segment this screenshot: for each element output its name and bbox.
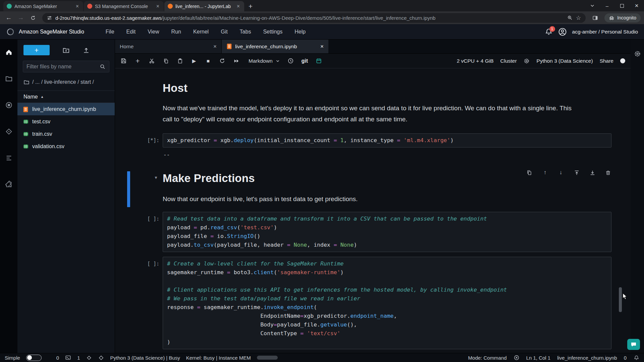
chat-widget-button[interactable] — [627, 339, 640, 350]
git-icon[interactable] — [5, 128, 13, 135]
side-panel-icon[interactable] — [590, 12, 600, 23]
move-down-icon[interactable]: ↓ — [557, 169, 564, 176]
close-icon[interactable]: × — [213, 43, 217, 50]
bell-icon[interactable] — [633, 355, 639, 361]
cell-body[interactable]: HostNow that we've trained the model, le… — [163, 77, 611, 133]
avatar-icon[interactable] — [558, 27, 567, 36]
close-icon[interactable]: × — [155, 3, 160, 9]
file-list-header[interactable]: Name ▲ — [17, 90, 115, 103]
code-editor[interactable]: # Create a low-level client for the Sage… — [163, 257, 611, 349]
menu-git[interactable]: Git — [221, 29, 227, 35]
browser-tab-2[interactable]: live_inferen... - JupyterLab× — [164, 1, 244, 11]
close-icon[interactable]: × — [236, 3, 241, 9]
site-info-icon[interactable] — [47, 15, 52, 20]
bookmark-star-icon[interactable]: ☆ — [576, 14, 581, 21]
sort-ascending-icon[interactable]: ▲ — [41, 95, 44, 99]
notification-count[interactable]: 0 — [624, 355, 627, 361]
file-row[interactable]: train.csv — [17, 128, 115, 140]
code-editor[interactable]: xgb_predictor = xgb.deploy(initial_insta… — [163, 133, 611, 147]
cell-host[interactable]: HostNow that we've trained the model, le… — [115, 77, 631, 133]
menu-file[interactable]: File — [106, 29, 114, 35]
insert-above-icon[interactable] — [573, 169, 580, 176]
duplicate-icon[interactable] — [526, 169, 533, 176]
active-file-name[interactable]: live_inference_churn.ipynb — [557, 355, 617, 361]
terminal-count[interactable]: 0 — [56, 355, 59, 361]
back-button[interactable]: ← — [3, 12, 14, 23]
address-bar[interactable]: d-2rou7thinqlw.studio.us-east-2.sagemake… — [42, 13, 586, 23]
cell-type-dropdown[interactable]: Markdown — [249, 58, 280, 64]
share-button[interactable]: Share — [600, 58, 613, 64]
restart-kernel-icon[interactable] — [219, 58, 225, 64]
git-toolbar-button[interactable]: git — [302, 58, 308, 64]
paste-icon[interactable] — [177, 58, 183, 64]
save-icon[interactable] — [120, 58, 127, 64]
file-row[interactable]: test.csv — [17, 115, 115, 128]
settings-gear-icon[interactable] — [634, 50, 641, 57]
tab-home[interactable]: Home × — [115, 40, 222, 53]
minimize-button[interactable]: – — [600, 0, 614, 11]
browser-tab-0[interactable]: Amazon SageMaker× — [3, 1, 83, 11]
zoom-icon[interactable] — [567, 15, 573, 20]
run-icon[interactable]: ▶ — [191, 58, 197, 64]
extensions-icon[interactable] — [5, 181, 13, 188]
account-name[interactable]: acg-amber / Personal Studio — [572, 29, 638, 35]
menu-settings[interactable]: Settings — [263, 29, 282, 35]
move-up-icon[interactable]: ↑ — [542, 169, 548, 176]
scheduler-icon[interactable] — [316, 58, 322, 64]
kill-kernel-icon[interactable] — [514, 355, 520, 361]
close-icon[interactable]: × — [320, 43, 324, 50]
cell-invoke-cell[interactable]: [ ]:# Create a low-level client for the … — [115, 257, 631, 349]
history-icon[interactable] — [287, 58, 294, 64]
browser-tab-1[interactable]: S3 Management Console× — [84, 1, 164, 11]
kernel-name[interactable]: Python 3 (Data Science) — [537, 58, 593, 64]
menu-view[interactable]: View — [148, 29, 159, 35]
cell-body[interactable]: # Read test data into a dataframe and tr… — [163, 212, 611, 252]
forward-button[interactable]: → — [15, 12, 26, 23]
copy-icon[interactable] — [163, 58, 169, 64]
close-icon[interactable]: × — [75, 3, 80, 9]
stop-icon[interactable]: ■ — [205, 58, 211, 64]
tab-notebook[interactable]: live_inference_churn.ipynb × — [222, 40, 328, 53]
new-folder-icon[interactable] — [62, 47, 70, 54]
upload-icon[interactable] — [83, 47, 90, 54]
instance-gear-icon[interactable] — [524, 58, 530, 64]
refresh-button[interactable] — [28, 12, 38, 23]
code-editor[interactable]: # Read test data into a dataframe and tr… — [163, 212, 611, 252]
scrollbar-thumb[interactable] — [619, 287, 622, 312]
simple-mode-toggle[interactable] — [26, 355, 42, 361]
table-of-contents-icon[interactable] — [5, 154, 13, 162]
cell-make-predictions[interactable]: ▼↑↓Make PredictionsNow that our endpoint… — [115, 170, 631, 212]
cell-deploy-cell[interactable]: [*]:xgb_predictor = xgb.deploy(initial_i… — [115, 133, 631, 158]
maximize-button[interactable] — [614, 0, 629, 11]
running-sessions-icon[interactable] — [5, 101, 13, 109]
cell-payload-cell[interactable]: [ ]:# Read test data into a dataframe an… — [115, 212, 631, 252]
insert-below-icon[interactable] — [589, 169, 596, 176]
command-mode-label[interactable]: Mode: Command — [468, 355, 507, 361]
new-tab-button[interactable]: + — [245, 1, 256, 11]
git-status-icon[interactable] — [98, 355, 104, 361]
kernel-session-count[interactable]: 1 — [77, 355, 80, 361]
menu-kernel[interactable]: Kernel — [193, 29, 209, 35]
cluster-button[interactable]: Cluster — [500, 58, 517, 64]
crosshair-icon[interactable] — [86, 355, 92, 361]
cell-body[interactable]: # Create a low-level client for the Sage… — [163, 257, 611, 349]
menu-edit[interactable]: Edit — [126, 29, 136, 35]
folder-icon[interactable] — [23, 79, 30, 85]
file-browser-icon[interactable] — [5, 75, 13, 82]
cell-body[interactable]: xgb_predictor = xgb.deploy(initial_insta… — [163, 133, 611, 158]
file-filter[interactable] — [23, 61, 109, 72]
kernel-status-text[interactable]: Python 3 (Data Science) | Busy — [110, 355, 180, 361]
restart-run-all-icon[interactable] — [233, 58, 239, 64]
new-launcher-button[interactable]: + — [23, 45, 50, 55]
kernel-busy-indicator[interactable] — [620, 58, 625, 63]
notification-bell-icon[interactable]: 1 — [545, 28, 553, 36]
file-filter-input[interactable] — [26, 64, 97, 70]
cursor-position[interactable]: Ln 1, Col 1 — [526, 355, 551, 361]
cut-icon[interactable] — [149, 58, 155, 64]
home-icon[interactable] — [5, 48, 13, 56]
collapse-chevron-icon[interactable]: ▼ — [154, 175, 158, 180]
breadcrumb[interactable]: / ... / live-inference / start / — [23, 78, 109, 86]
file-row[interactable]: live_inference_churn.ipynb — [17, 103, 115, 115]
instance-resources[interactable]: 2 vCPU + 4 GiB — [457, 58, 494, 64]
tab-search-chevron-icon[interactable] — [585, 0, 600, 11]
